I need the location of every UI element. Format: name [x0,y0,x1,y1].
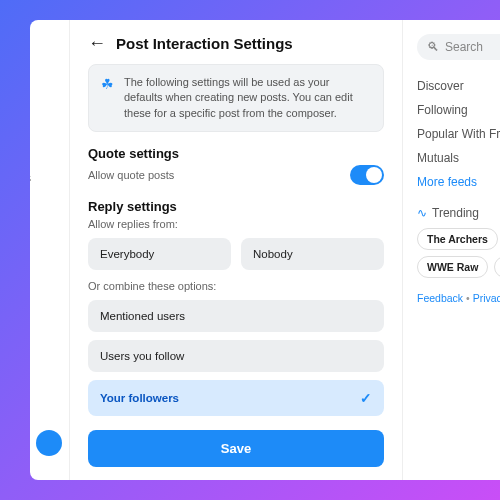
reply-or-text: Or combine these options: [88,280,384,292]
reply-followers-option[interactable]: Your followers ✓ [88,380,384,416]
info-banner: ☘ The following settings will be used as… [88,64,384,132]
reply-nobody-option[interactable]: Nobody [241,238,384,270]
feed-popular[interactable]: Popular With Friends [417,122,500,146]
quote-toggle-row: Allow quote posts [88,165,384,185]
dot-separator: • [466,292,473,304]
left-nav-fragment: ons [30,20,70,480]
quote-section-title: Quote settings [88,146,384,161]
nav-text-fragment: ons [30,170,31,185]
save-button[interactable]: Save [88,430,384,467]
page-title: Post Interaction Settings [116,35,293,52]
feed-more[interactable]: More feeds [417,170,500,194]
app-window: ons ← Post Interaction Settings ☘ The fo… [30,20,500,480]
reply-mode-row: Everybody Nobody [88,238,384,270]
search-input[interactable]: 🔍︎ Search [417,34,500,60]
back-arrow-icon[interactable]: ← [88,34,106,52]
reply-mentioned-label: Mentioned users [100,310,185,322]
reply-following-label: Users you follow [100,350,184,362]
reply-following-option[interactable]: Users you follow [88,340,384,372]
trending-label: Trending [432,206,479,220]
reply-mentioned-option[interactable]: Mentioned users [88,300,384,332]
feed-following[interactable]: Following [417,98,500,122]
feeds-list: Discover Following Popular With Friends … [417,74,500,194]
quote-allow-label: Allow quote posts [88,169,174,181]
feed-discover[interactable]: Discover [417,74,500,98]
footer-links: Feedback • Privacy • [417,292,500,304]
reply-followers-label: Your followers [100,392,179,404]
trending-row-2: WWE Raw Prote [417,256,500,278]
main-panel: ← Post Interaction Settings ☘ The follow… [70,20,402,480]
info-icon: ☘ [101,75,114,121]
feed-mutuals[interactable]: Mutuals [417,146,500,170]
right-sidebar: 🔍︎ Search Discover Following Popular Wit… [402,20,500,480]
check-icon: ✓ [360,390,372,406]
trending-header: ∿ Trending [417,206,500,220]
trending-pill[interactable]: Prote [494,256,500,278]
footer-feedback[interactable]: Feedback [417,292,463,304]
trending-icon: ∿ [417,206,427,220]
footer-privacy[interactable]: Privacy [473,292,500,304]
quote-toggle[interactable] [350,165,384,185]
compose-button[interactable] [36,430,62,456]
search-placeholder: Search [445,40,483,54]
search-icon: 🔍︎ [427,40,439,54]
trending-row-1: The Archers Rul [417,228,500,250]
reply-everybody-option[interactable]: Everybody [88,238,231,270]
info-text: The following settings will be used as y… [124,75,371,121]
reply-section-title: Reply settings [88,199,384,214]
trending-pill[interactable]: WWE Raw [417,256,488,278]
trending-pill[interactable]: The Archers [417,228,498,250]
page-header: ← Post Interaction Settings [88,34,384,52]
reply-allow-label: Allow replies from: [88,218,384,230]
